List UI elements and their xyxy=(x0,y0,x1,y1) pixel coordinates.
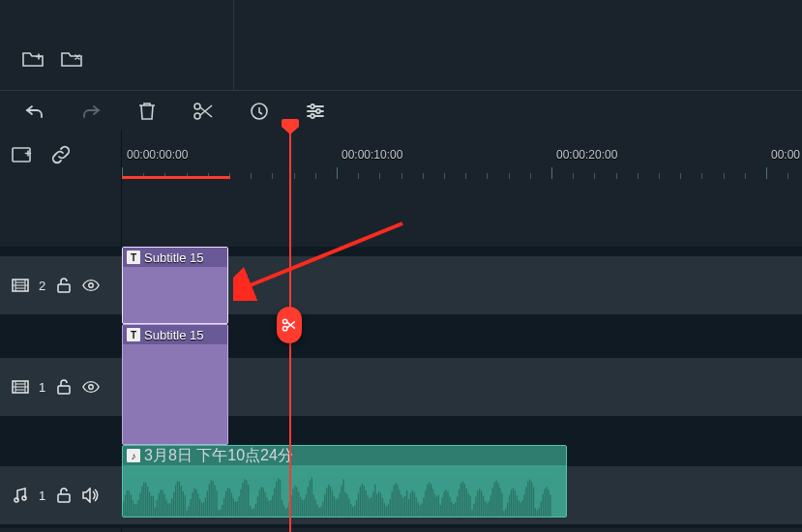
ruler-label: 00:00:20:00 xyxy=(556,148,617,162)
svg-rect-209 xyxy=(477,490,478,517)
svg-rect-106 xyxy=(285,509,286,517)
settings-sliders-icon[interactable] xyxy=(304,100,327,123)
svg-rect-31 xyxy=(145,483,146,517)
svg-rect-192 xyxy=(445,489,446,517)
svg-rect-241 xyxy=(537,510,538,517)
svg-rect-73 xyxy=(223,498,224,517)
lock-icon[interactable] xyxy=(55,277,73,294)
track-video-1: 1 T Subtitle 15 xyxy=(0,324,802,445)
svg-rect-113 xyxy=(298,491,299,517)
timeline-ruler[interactable]: 00:00:00:00 00:00:10:00 00:00:20:00 00:0… xyxy=(121,131,802,179)
svg-rect-127 xyxy=(324,494,325,517)
svg-rect-158 xyxy=(382,498,383,517)
eye-icon[interactable] xyxy=(82,378,100,396)
svg-rect-22 xyxy=(129,490,130,517)
svg-rect-183 xyxy=(429,482,430,517)
svg-rect-214 xyxy=(487,503,488,517)
svg-rect-154 xyxy=(374,485,375,517)
svg-rect-84 xyxy=(244,479,245,517)
svg-rect-32 xyxy=(147,487,148,517)
delete-icon[interactable] xyxy=(135,100,159,123)
svg-rect-82 xyxy=(240,489,241,517)
remove-folder-icon[interactable] xyxy=(61,50,82,68)
svg-rect-211 xyxy=(481,491,482,517)
redo-icon[interactable] xyxy=(79,100,103,123)
svg-rect-165 xyxy=(395,483,396,517)
svg-rect-177 xyxy=(418,503,419,517)
svg-rect-53 xyxy=(187,511,188,517)
svg-rect-55 xyxy=(190,499,191,517)
svg-rect-168 xyxy=(401,495,401,517)
eye-icon[interactable] xyxy=(82,277,100,294)
svg-rect-19 xyxy=(123,502,124,517)
undo-icon[interactable] xyxy=(23,100,46,123)
subtitle-clip[interactable]: T Subtitle 15 xyxy=(122,247,228,324)
svg-rect-90 xyxy=(255,504,256,517)
svg-rect-188 xyxy=(438,495,439,517)
svg-rect-48 xyxy=(177,481,178,517)
svg-rect-118 xyxy=(308,487,309,517)
svg-rect-14 xyxy=(58,386,70,394)
clip-title: Subtitle 15 xyxy=(144,251,203,265)
svg-rect-193 xyxy=(447,491,448,517)
lock-icon[interactable] xyxy=(55,487,73,504)
svg-point-1 xyxy=(194,113,200,119)
svg-rect-223 xyxy=(503,511,504,517)
svg-rect-110 xyxy=(292,488,293,517)
svg-rect-238 xyxy=(531,482,532,517)
svg-rect-119 xyxy=(310,481,311,517)
svg-rect-107 xyxy=(287,508,288,517)
marker-clock-icon[interactable] xyxy=(248,100,271,123)
svg-point-17 xyxy=(22,496,26,500)
svg-rect-149 xyxy=(366,490,367,517)
svg-rect-240 xyxy=(535,508,536,517)
svg-point-7 xyxy=(282,319,286,323)
link-icon[interactable] xyxy=(50,144,72,165)
svg-rect-163 xyxy=(392,491,393,517)
lock-icon[interactable] xyxy=(55,378,73,396)
track-audio-1: 1 ♪ 3月8日 下午10点24分 xyxy=(0,445,802,528)
svg-rect-185 xyxy=(432,489,433,517)
svg-rect-175 xyxy=(414,492,415,517)
split-button[interactable] xyxy=(277,307,302,343)
svg-rect-130 xyxy=(330,487,331,517)
svg-rect-184 xyxy=(431,485,431,517)
svg-rect-236 xyxy=(527,481,528,517)
split-scissors-icon[interactable] xyxy=(192,100,215,123)
svg-rect-61 xyxy=(201,503,202,517)
add-media-icon[interactable] xyxy=(12,146,33,163)
svg-rect-94 xyxy=(263,488,264,517)
svg-rect-72 xyxy=(222,505,223,517)
svg-rect-202 xyxy=(464,484,465,517)
svg-rect-181 xyxy=(425,490,426,517)
svg-rect-38 xyxy=(159,493,160,517)
svg-rect-74 xyxy=(225,491,226,517)
svg-rect-199 xyxy=(459,489,460,517)
track-number: 1 xyxy=(39,488,45,503)
svg-rect-35 xyxy=(153,496,154,517)
music-track-icon xyxy=(12,487,29,504)
svg-rect-247 xyxy=(548,489,549,517)
svg-rect-150 xyxy=(367,495,368,517)
audio-clip[interactable]: ♪ 3月8日 下午10点24分 xyxy=(122,445,567,517)
svg-rect-44 xyxy=(169,503,170,517)
svg-rect-237 xyxy=(529,480,530,517)
svg-rect-109 xyxy=(290,495,291,517)
svg-rect-51 xyxy=(183,491,184,517)
svg-rect-59 xyxy=(197,493,198,517)
speaker-icon[interactable] xyxy=(82,487,100,504)
svg-rect-220 xyxy=(497,483,498,517)
svg-rect-88 xyxy=(252,510,252,517)
svg-rect-152 xyxy=(371,497,371,517)
svg-rect-137 xyxy=(342,480,343,517)
svg-rect-227 xyxy=(511,489,512,517)
svg-rect-45 xyxy=(171,499,172,517)
new-folder-icon[interactable] xyxy=(22,50,44,68)
timeline: 00:00:00:00 00:00:10:00 00:00:20:00 00:0… xyxy=(0,131,802,532)
svg-rect-37 xyxy=(157,500,158,517)
svg-rect-63 xyxy=(205,498,206,517)
svg-rect-116 xyxy=(304,499,305,517)
svg-point-5 xyxy=(311,114,314,118)
svg-rect-66 xyxy=(211,480,212,517)
subtitle-clip[interactable]: T Subtitle 15 xyxy=(122,324,228,445)
